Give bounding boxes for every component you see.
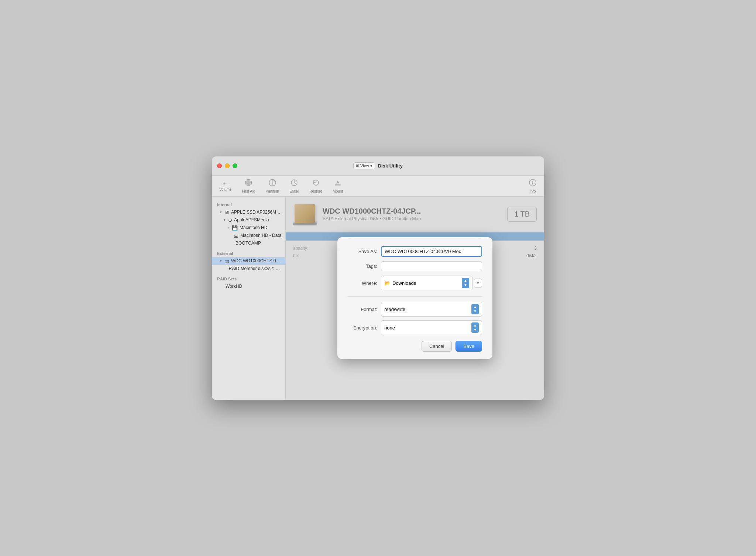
sidebar-item-apple-ssd[interactable]: ▾ 🖥 APPLE SSD AP0256M Media — [212, 208, 285, 216]
svg-rect-3 — [245, 181, 251, 184]
where-label: Where: — [348, 280, 377, 286]
sidebar-item-label: Macintosh HD - Data — [240, 233, 281, 238]
traffic-lights — [217, 163, 237, 168]
toolbar-volume-label: Volume — [219, 187, 231, 191]
drive-icon: 💾 — [232, 225, 238, 231]
maximize-button[interactable] — [233, 163, 237, 168]
firstaid-icon — [244, 179, 252, 188]
sidebar-item-workhd[interactable]: WorkHD — [212, 283, 285, 290]
save-as-input[interactable] — [381, 246, 482, 257]
sidebar-item-label: BOOTCAMP — [236, 241, 261, 246]
titlebar: ⊞ View ▾ Disk Utility — [212, 156, 544, 176]
cancel-button[interactable]: Cancel — [422, 341, 452, 352]
format-select[interactable]: read/write ▲ ▼ — [381, 302, 482, 317]
encryption-label: Encryption: — [348, 325, 377, 331]
tags-input-wrap — [381, 261, 482, 271]
save-button[interactable]: Save — [456, 341, 482, 352]
dialog-buttons: Cancel Save — [348, 341, 482, 352]
format-label: Format: — [348, 307, 377, 312]
tags-input[interactable] — [381, 261, 482, 271]
encryption-select[interactable]: none ▲ ▼ — [381, 320, 482, 335]
dialog-divider — [348, 296, 482, 297]
sidebar-item-raid-member[interactable]: RAID Member disk2s2: WorkHD — [212, 265, 285, 272]
sidebar-item-appleapfs[interactable]: ▾ ⊙ AppleAPFSMedia — [212, 216, 285, 224]
toolbar-erase-label: Erase — [289, 189, 299, 193]
where-stepper[interactable]: ▲ ▼ — [462, 278, 469, 288]
where-value: Downloads — [392, 280, 416, 286]
where-row: Where: 📂 Downloads ▲ ▼ ▾ — [348, 276, 482, 290]
chevron-down-icon: ▾ — [220, 259, 222, 263]
encryption-row: Encryption: none ▲ ▼ — [348, 320, 482, 335]
where-expand-button[interactable]: ▾ — [474, 279, 482, 288]
save-as-label: Save As: — [348, 249, 377, 254]
main-window: ⊞ View ▾ Disk Utility +− Volume — [212, 156, 544, 400]
drive-data-icon: 🖴 — [234, 233, 238, 238]
sidebar-item-label: APPLE SSD AP0256M Media — [231, 210, 282, 215]
info-icon — [529, 179, 537, 188]
save-as-row: Save As: — [348, 246, 482, 257]
view-label: View — [360, 163, 369, 168]
chevron-down-icon: ▾ — [220, 210, 222, 214]
toolbar-info-label: Info — [530, 189, 536, 193]
sidebar-item-label: RAID Member disk2s2: WorkHD — [228, 266, 282, 271]
minimize-button[interactable] — [225, 163, 230, 168]
window-title: Disk Utility — [378, 163, 403, 169]
svg-rect-7 — [335, 184, 341, 186]
save-dialog: Save As: Tags: Where: — [337, 237, 492, 359]
tags-row: Tags: — [348, 261, 482, 271]
toolbar-firstaid[interactable]: First Aid — [242, 179, 255, 193]
format-stepper[interactable]: ▲ ▼ — [471, 304, 479, 314]
view-chevron-icon: ▾ — [370, 163, 372, 168]
toolbar-volume[interactable]: +− Volume — [219, 180, 231, 191]
toolbar-restore-label: Restore — [309, 189, 322, 193]
toolbar-info[interactable]: Info — [529, 179, 537, 193]
downloads-folder-icon: 📂 — [384, 280, 390, 286]
toolbar-mount[interactable]: Mount — [333, 179, 343, 193]
save-as-input-wrap — [381, 246, 482, 257]
where-select-wrap: 📂 Downloads ▲ ▼ ▾ — [381, 276, 482, 290]
where-select[interactable]: 📂 Downloads ▲ ▼ — [381, 276, 472, 290]
toolbar: +− Volume First Aid — [212, 176, 544, 197]
toolbar-mount-label: Mount — [333, 189, 343, 193]
toolbar-erase[interactable]: Erase — [289, 179, 299, 193]
volume-icon: +− — [222, 180, 228, 186]
toolbar-restore[interactable]: Restore — [309, 179, 322, 193]
sidebar-item-label: Macintosh HD — [240, 225, 267, 230]
apfs-icon: ⊙ — [228, 217, 232, 223]
sidebar-item-label: AppleAPFSMedia — [234, 217, 269, 222]
modal-backdrop: Save As: Tags: Where: — [286, 197, 544, 400]
sidebar-item-bootcamp[interactable]: BOOTCAMP — [212, 239, 285, 247]
sidebar-section-external: External — [212, 250, 285, 257]
view-icon: ⊞ — [356, 163, 359, 168]
sidebar-item-wdc[interactable]: ▾ 🖴 WDC WD1000CHTZ-04JCPV0... — [212, 257, 285, 265]
sidebar: Internal ▾ 🖥 APPLE SSD AP0256M Media ▾ ⊙… — [212, 197, 286, 400]
titlebar-center: ⊞ View ▾ Disk Utility — [353, 162, 403, 169]
sidebar-item-label: WDC WD1000CHTZ-04JCPV0... — [231, 258, 282, 263]
svg-rect-10 — [532, 182, 533, 184]
chevron-down-icon: ▾ — [224, 218, 226, 222]
hdd-icon: 🖥 — [224, 210, 229, 215]
mount-icon — [334, 179, 342, 188]
toolbar-partition[interactable]: Partition — [265, 179, 279, 193]
partition-icon — [268, 179, 276, 188]
sidebar-section-internal: Internal — [212, 201, 285, 208]
close-button[interactable] — [217, 163, 222, 168]
svg-point-9 — [532, 181, 533, 182]
toolbar-firstaid-label: First Aid — [242, 189, 255, 193]
format-value: read/write — [384, 307, 405, 312]
chevron-right-icon: › — [228, 226, 229, 229]
encryption-stepper[interactable]: ▲ ▼ — [471, 322, 479, 333]
main-area: Internal ▾ 🖥 APPLE SSD AP0256M Media ▾ ⊙… — [212, 197, 544, 400]
restore-icon — [312, 179, 320, 188]
erase-icon — [290, 179, 298, 188]
sidebar-item-macintosh-hd[interactable]: › 💾 Macintosh HD — [212, 224, 285, 232]
content-pane: WDC WD1000CHTZ-04JCP... SATA External Ph… — [286, 197, 544, 400]
external-hdd-icon: 🖴 — [224, 258, 229, 264]
format-row: Format: read/write ▲ ▼ — [348, 302, 482, 317]
encryption-value: none — [384, 325, 395, 331]
toolbar-partition-label: Partition — [265, 189, 279, 193]
view-button[interactable]: ⊞ View ▾ — [353, 162, 375, 169]
tags-label: Tags: — [348, 263, 377, 269]
sidebar-item-macintosh-hd-data[interactable]: 🖴 Macintosh HD - Data — [212, 232, 285, 239]
sidebar-item-label: WorkHD — [226, 284, 242, 289]
